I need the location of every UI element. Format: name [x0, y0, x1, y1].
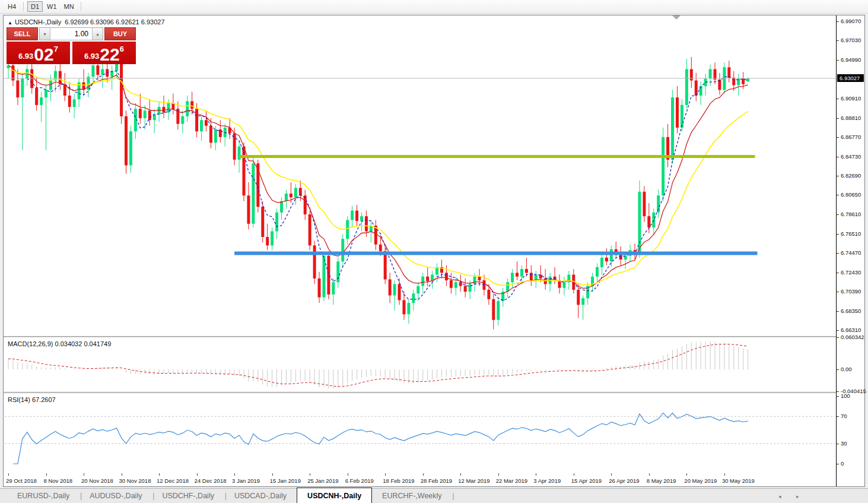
tab-eurchf-weekly[interactable]: EURCHF-,Weekly: [372, 489, 452, 503]
date-axis-label: 28 Feb 2019: [421, 477, 452, 484]
date-axis-label: 25 Jan 2019: [307, 477, 338, 484]
chart-ohlc-values: 6.92699 6.93096 6.92621 6.93027: [65, 18, 164, 26]
date-axis-label: 26 Apr 2019: [609, 477, 639, 484]
timeframe-w1-button[interactable]: W1: [44, 1, 60, 12]
volume-stepper: ▼ ▲: [39, 27, 103, 40]
price-axis-label: 6.74470: [837, 249, 861, 256]
tab-scroll-right-icon[interactable]: ▸: [796, 493, 799, 499]
buy-price-box[interactable]: 6.93 22 6: [72, 42, 136, 64]
buy-button[interactable]: BUY: [104, 27, 136, 40]
tab-audusd-daily[interactable]: AUDUSD-,Daily: [80, 489, 152, 503]
timeframe-toolbar: H4 D1 W1 MN: [0, 0, 868, 14]
price-axis-label: 6.78610: [837, 211, 861, 217]
tab-usdchf-daily[interactable]: USDCHF-,Daily: [152, 489, 224, 503]
rsi-indicator-pane[interactable]: [4, 394, 836, 473]
main-chart-canvas[interactable]: [4, 17, 836, 336]
price-axis-label: 6.90910: [837, 95, 861, 102]
date-axis-label: 8 Nov 2018: [44, 477, 73, 484]
macd-indicator-pane[interactable]: [4, 339, 836, 392]
current-price-label: 6.93027: [837, 74, 864, 82]
sell-price-prefix: 6.93: [18, 52, 33, 61]
toolbar-separator: [81, 2, 81, 11]
date-axis-label: 12 Dec 2018: [157, 477, 189, 484]
date-axis-label: 22 Mar 2019: [496, 477, 527, 484]
price-axis-label: 6.84730: [837, 153, 861, 160]
price-axis-label: 6.66310: [837, 327, 861, 333]
date-axis-label: 15 Jan 2019: [270, 477, 301, 484]
sell-price-big: 02: [34, 47, 53, 62]
collapse-panel-icon[interactable]: ▲: [8, 20, 12, 26]
price-axis-label: 6.88810: [837, 115, 861, 121]
price-axis-label: 100: [837, 393, 850, 399]
price-axis-label: 6.72430: [837, 269, 861, 276]
sell-price-box[interactable]: 6.93 02 7: [7, 42, 70, 64]
date-axis-label: 20 Nov 2018: [81, 477, 113, 484]
chart-title: USDCNH-,Daily: [15, 18, 61, 26]
buy-price-prefix: 6.93: [84, 52, 99, 61]
price-axis-label: 6.76510: [837, 230, 861, 237]
toolbar-separator: [23, 2, 24, 11]
macd-canvas[interactable]: [4, 339, 836, 392]
date-axis-label: 18 Feb 2019: [383, 477, 414, 484]
chart-window: ▲USDCNH-,Daily 6.92699 6.93096 6.92621 6…: [3, 15, 865, 487]
timeframe-mn-button[interactable]: MN: [61, 1, 77, 12]
date-axis[interactable]: 29 Oct 20188 Nov 201820 Nov 201830 Nov 2…: [4, 473, 836, 486]
tab-usdcad-daily[interactable]: USDCAD-,Daily: [224, 489, 297, 503]
price-axis-label: 6.86770: [837, 134, 861, 140]
price-axis[interactable]: 6.990706.970306.949906.909106.888106.867…: [836, 15, 864, 486]
buy-price-big: 22: [100, 47, 119, 62]
macd-label: MACD(12,26,9) 0.034032 0.041749: [8, 340, 111, 347]
date-axis-label: 20 May 2019: [684, 477, 717, 484]
tab-usdcnh-daily[interactable]: USDCNH-,Daily: [297, 488, 372, 503]
buy-price-sup: 6: [120, 45, 124, 53]
scroll-to-end-marker-icon[interactable]: [672, 15, 681, 20]
price-axis-label: 6.68350: [837, 308, 861, 314]
date-axis-label: 3 Apr 2019: [533, 477, 561, 484]
sell-price-sup: 7: [54, 45, 58, 53]
price-axis-label: 0.00: [837, 366, 852, 372]
price-axis-label: 6.70390: [837, 288, 861, 295]
rsi-label: RSI(14) 67.2607: [8, 396, 56, 403]
date-axis-label: 3 Jan 2019: [232, 477, 260, 484]
date-axis-label: 8 May 2019: [647, 477, 676, 484]
volume-input[interactable]: [50, 28, 92, 40]
timeframe-d1-button[interactable]: D1: [27, 1, 43, 12]
chart-tab-bar: EURUSD-,Daily AUDUSD-,Daily USDCHF-,Dail…: [0, 488, 868, 503]
price-axis-label: 6.82690: [837, 172, 861, 179]
sell-button[interactable]: SELL: [7, 27, 38, 40]
volume-decrease-icon[interactable]: ▼: [40, 28, 50, 40]
date-axis-label: 30 Nov 2018: [119, 477, 151, 484]
date-axis-label: 30 May 2019: [722, 477, 755, 484]
chart-symbol-header: ▲USDCNH-,Daily 6.92699 6.93096 6.92621 6…: [8, 18, 165, 26]
volume-increase-icon[interactable]: ▲: [92, 28, 103, 40]
price-axis-label: 0.060342: [837, 334, 864, 340]
tab-eurusd-daily[interactable]: EURUSD-,Daily: [7, 489, 80, 503]
date-axis-label: 6 Feb 2019: [345, 477, 374, 484]
price-axis-label: 30: [837, 440, 847, 447]
price-axis-label: 6.97030: [837, 37, 861, 43]
date-axis-label: 29 Oct 2018: [6, 477, 37, 484]
price-axis-label: 0: [837, 460, 844, 467]
rsi-canvas[interactable]: [4, 394, 836, 473]
price-axis-label: 6.80650: [837, 191, 861, 198]
price-axis-label: 6.99070: [837, 18, 861, 24]
date-axis-label: 12 Mar 2019: [458, 477, 489, 484]
price-axis-label: 70: [837, 413, 847, 419]
one-click-trading-panel: SELL ▼ ▲ BUY 6.93 02 7 6.93 22 6: [7, 27, 137, 64]
timeframe-h4-button[interactable]: H4: [4, 1, 20, 12]
main-price-chart[interactable]: [4, 17, 836, 336]
tab-scroll-left-icon[interactable]: ◂: [778, 493, 781, 499]
date-axis-label: 15 Apr 2019: [571, 477, 602, 484]
date-axis-label: 24 Dec 2018: [195, 477, 227, 484]
price-axis-label: 6.94990: [837, 56, 861, 63]
